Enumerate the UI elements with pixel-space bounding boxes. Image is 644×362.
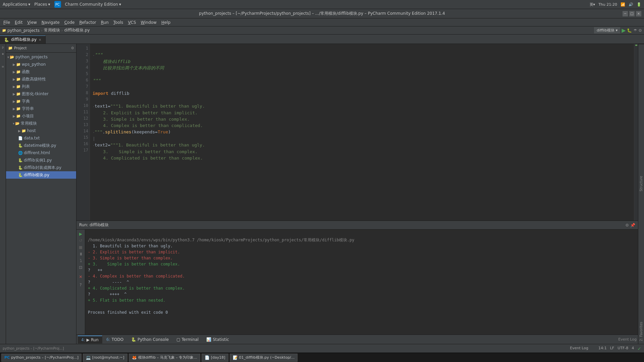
project-settings-icon[interactable]: ⚙	[71, 46, 74, 50]
tree-item-difflib-script[interactable]: 🐍 difflib封装成脚本.py	[6, 164, 76, 171]
applications-menu[interactable]: Applications ▾	[3, 2, 30, 7]
taskbar-terminal-icon: 💻	[86, 355, 91, 360]
tab-run[interactable]: 4: ▶ Run	[78, 336, 102, 344]
run-button[interactable]: ▶	[622, 27, 626, 34]
taskbar-pycharm[interactable]: PC python_projects – [~/PycharmProj...]	[1, 354, 82, 362]
taskbar-difflib01[interactable]: 📝 01_difflib模块.py (~Desktop/...	[230, 354, 298, 362]
tree-item-tkinter[interactable]: ▶ 📁 图形化-tkinter	[6, 90, 76, 98]
coverage-button[interactable]: ☂	[633, 28, 637, 33]
menu-view[interactable]: View	[25, 19, 39, 25]
menu-file[interactable]: File	[1, 19, 12, 25]
run-path: /home/kiosk/Anaconda3/envs/wps/bin/pytho…	[88, 238, 354, 242]
status-position[interactable]: 14:1	[598, 346, 607, 351]
project-sidebar-icon[interactable]: P	[0, 45, 6, 51]
status-encoding[interactable]: UTF-8	[618, 346, 628, 351]
tree-item-func-adv[interactable]: ▶ 📁 函数高级特性	[6, 75, 76, 83]
todo-tab-label: TODO	[112, 337, 123, 342]
tab-python-console[interactable]: 🐍 Python Console	[128, 336, 172, 344]
taskbar-day18[interactable]: 📄 [day18]	[202, 354, 228, 362]
terminal-icon: ▢	[176, 337, 180, 342]
breadcrumb-folder[interactable]: 常用模块	[44, 27, 60, 33]
tab-todo[interactable]: 6: TODO	[103, 336, 127, 344]
run-settings[interactable]: ⚙ 📌	[625, 223, 635, 228]
run-line-4: + 3. Simple is better than complex.	[88, 262, 180, 266]
structure-panel[interactable]: Structure	[638, 44, 644, 194]
run-close-button[interactable]: ✕	[78, 274, 84, 280]
run-line-6: - 4. Complex is better than complicated.	[88, 274, 185, 279]
menu-edit[interactable]: Edit	[13, 19, 24, 25]
event-log-label[interactable]: Event Log	[618, 337, 637, 342]
structure-sidebar-icon[interactable]: ≡	[0, 64, 6, 69]
tree-item-str[interactable]: ▶ 📁 字符串	[6, 105, 76, 112]
active-tab[interactable]: 🐍 difflib模块.py ×	[0, 36, 46, 44]
minimize-button[interactable]: −	[623, 11, 628, 16]
menu-refactor[interactable]: Refactor	[77, 19, 98, 25]
menu-code[interactable]: Code	[62, 19, 77, 25]
tree-item-diffirent[interactable]: 🌐 diffirent.html	[6, 149, 76, 157]
menu-tools[interactable]: Tools	[111, 19, 125, 25]
tab-close-button[interactable]: ×	[39, 38, 41, 42]
folder-icon: 📁	[8, 46, 13, 50]
run-scroll-button[interactable]: ⊡	[78, 264, 84, 270]
run-play-button[interactable]: ▶	[78, 231, 84, 237]
tab-bar: 🐍 difflib模块.py ×	[0, 35, 644, 44]
tree-item-difflib1[interactable]: 🐍 difflib实例1.py	[6, 157, 76, 164]
tree-root[interactable]: ▾ 📂 python_projects	[6, 53, 76, 61]
project-header-label: Project	[14, 46, 27, 50]
menu-navigate[interactable]: Navigate	[40, 19, 62, 25]
run-panel-pin[interactable]: 📌	[630, 223, 635, 228]
menu-help[interactable]: Help	[159, 19, 172, 25]
run-config-dropdown[interactable]: difflib模块 ▾	[594, 27, 620, 34]
tree-item-difflib-module[interactable]: 🐍 difflib模块.py	[6, 171, 76, 179]
todo-tab-num: 6:	[106, 337, 110, 342]
tree-item-host[interactable]: ▶ 📁 host	[6, 127, 76, 134]
tree-item-list[interactable]: ▶ 📁 列表	[6, 83, 76, 90]
main-layout: P ★ ≡ 📁 Project ⚙ ▾ 📂 python_projects ▶ …	[0, 44, 644, 344]
close-button[interactable]: ×	[636, 11, 641, 16]
project-header: 📁 Project ⚙	[6, 44, 76, 53]
tree-item-wps[interactable]: ▶ 📁 wps_python	[6, 61, 76, 68]
taskbar-firefox[interactable]: 🦊 模块difflib – 马克飞象 – 专为印象...	[129, 354, 200, 362]
title-bar: python_projects – [~/PycharmProjects/pyt…	[0, 9, 644, 18]
app-name[interactable]: Charm Community Edition ▾	[65, 2, 121, 7]
pycharm-icon[interactable]: PC	[54, 1, 61, 8]
menu-vcs[interactable]: VCS	[126, 19, 138, 25]
menu-window[interactable]: Window	[139, 19, 159, 25]
tree-item-dict[interactable]: ▶ 📁 字典	[6, 98, 76, 105]
settings-button[interactable]: ⚙	[638, 28, 642, 33]
run-rerun-button[interactable]: ↺	[78, 238, 84, 244]
maximize-button[interactable]: □	[629, 11, 635, 16]
code-content[interactable]: -""" 模块difflib 比较并找出两个文本内容的不同 """ import…	[90, 44, 634, 221]
run-exit-msg: Process finished with exit code 0	[88, 310, 168, 315]
tree-item-data[interactable]: 📄 data.txt	[6, 134, 76, 142]
menu-run[interactable]: Run	[99, 19, 111, 25]
run-step-button[interactable]: ⤵	[78, 258, 84, 264]
taskbar-terminal[interactable]: 💻 [root@myhost:~]	[83, 354, 127, 362]
places-menu[interactable]: Places ▾	[34, 2, 50, 7]
status-event-log[interactable]: Event Log	[570, 346, 588, 351]
run-help-button[interactable]: ?	[78, 282, 84, 288]
code-editor[interactable]: 12345 678910 1112131415 1617 -""" 模块diff…	[76, 44, 638, 221]
status-lf[interactable]: LF	[610, 346, 614, 351]
run-line-5: ? ++	[88, 268, 102, 273]
run-output: /home/kiosk/Anaconda3/envs/wps/bin/pytho…	[85, 230, 638, 335]
window-controls[interactable]: − □ ×	[623, 11, 641, 16]
tree-item-small[interactable]: ▶ 📁 小项目	[6, 112, 76, 120]
run-pause-button[interactable]: ⏸	[78, 251, 84, 257]
tree-item-func[interactable]: ▶ 📁 函数	[6, 68, 76, 75]
run-line-3: - 3. Simple is better than complex.	[88, 256, 173, 260]
debug-button[interactable]: 🐛	[627, 28, 632, 33]
tree-item-datetime[interactable]: 🐍 datetime模块.py	[6, 142, 76, 149]
run-settings-icon[interactable]: ⚙	[625, 223, 629, 228]
tab-statistic[interactable]: 📊 Statistic	[203, 336, 233, 344]
favorites-sidebar-icon[interactable]: ★	[0, 51, 6, 57]
run-stop-button[interactable]: ■	[78, 244, 84, 250]
tree-item-common[interactable]: ▾ 📂 常用模块	[6, 120, 76, 127]
run-body: ▶ ↺ ■ ⏸ ⤵ ⊡ ✕ ? /home/kiosk/Anaconda3/en…	[76, 230, 638, 335]
run-header-title[interactable]: Run: difflib模块	[79, 222, 109, 228]
tab-terminal[interactable]: ▢ Terminal	[173, 336, 202, 344]
run-header: Run: difflib模块 ⚙ 📌	[76, 221, 638, 230]
breadcrumb-file[interactable]: difflib模块.py	[64, 27, 90, 33]
breadcrumb-project[interactable]: python_projects	[7, 28, 40, 33]
favorites-panel[interactable]: 2: Favorites	[638, 194, 644, 344]
